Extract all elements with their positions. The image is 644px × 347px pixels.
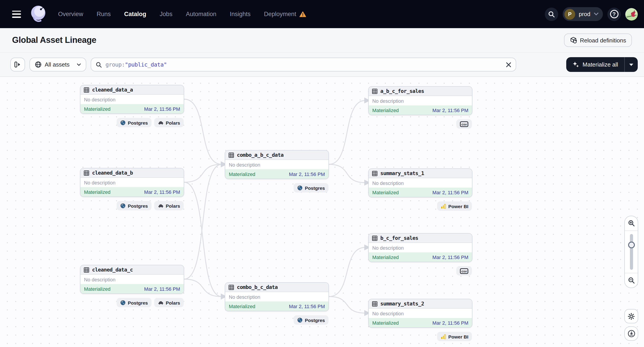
nav-item-jobs[interactable]: Jobs xyxy=(160,11,172,17)
table-icon xyxy=(228,152,234,158)
power-bi-icon xyxy=(441,203,446,209)
asset-tag-polars[interactable]: Polars xyxy=(154,201,184,210)
asset-node-combo_b_c_data[interactable]: combo_b_c_dataNo descriptionMaterialized… xyxy=(225,282,329,325)
postgres-icon xyxy=(120,300,126,305)
asset-timestamp[interactable]: Mar 2, 11:56 PM xyxy=(289,171,325,177)
polars-icon xyxy=(158,120,164,125)
workspace-switcher[interactable]: P prod xyxy=(563,7,603,21)
svg-text:csv: csv xyxy=(462,122,467,126)
lineage-edge-combo_b_c_data-to-summary_stats_2 xyxy=(329,297,365,313)
asset-tag-csv[interactable]: csv xyxy=(456,119,472,129)
table-icon xyxy=(372,88,378,94)
svg-text:csv: csv xyxy=(462,269,467,273)
asset-card[interactable]: cleaned_data_cNo descriptionMaterialized… xyxy=(80,265,184,294)
asset-tags: PostgresPolars xyxy=(80,118,184,127)
asset-tag-postgres[interactable]: Postgres xyxy=(117,298,152,307)
lineage-edge-combo_a_b_c_data-to-summary_stats_1 xyxy=(329,164,365,183)
asset-name: summary_stats_1 xyxy=(380,170,424,176)
asset-tag-postgres[interactable]: Postgres xyxy=(294,315,328,325)
asset-tags: Power BI xyxy=(368,332,472,341)
user-avatar[interactable] xyxy=(625,8,638,20)
asset-timestamp[interactable]: Mar 2, 11:56 PM xyxy=(144,106,180,111)
asset-search-input[interactable]: group:"public_data" xyxy=(91,58,516,71)
asset-tag-powerbi[interactable]: Power BI xyxy=(437,332,472,341)
asset-timestamp[interactable]: Mar 2, 11:56 PM xyxy=(432,254,468,260)
table-icon xyxy=(84,170,90,176)
nav-item-label: Overview xyxy=(58,11,83,17)
asset-card[interactable]: combo_a_b_c_dataNo descriptionMaterializ… xyxy=(225,150,329,179)
download-icon xyxy=(627,330,635,338)
asset-timestamp[interactable]: Mar 2, 11:56 PM xyxy=(432,320,468,325)
asset-description: No description xyxy=(80,178,184,187)
asset-node-cleaned_data_c[interactable]: cleaned_data_cNo descriptionMaterialized… xyxy=(80,265,184,307)
dagster-logo-icon[interactable] xyxy=(28,4,48,24)
asset-node-b_c_for_sales[interactable]: b_c_for_salesNo descriptionMaterializedM… xyxy=(368,233,472,276)
asset-tag-polars[interactable]: Polars xyxy=(154,118,184,127)
search-icon[interactable] xyxy=(545,7,558,21)
asset-node-cleaned_data_a[interactable]: cleaned_data_aNo descriptionMaterialized… xyxy=(80,85,184,127)
zoom-slider-knob[interactable] xyxy=(628,242,634,249)
search-query: group:"public_data" xyxy=(106,61,167,68)
asset-status-row: MaterializedMar 2, 11:56 PM xyxy=(369,105,472,115)
asset-card[interactable]: b_c_for_salesNo descriptionMaterializedM… xyxy=(368,233,472,262)
asset-scope-dropdown[interactable]: All assets xyxy=(30,58,86,71)
zoom-slider-track[interactable] xyxy=(630,234,633,270)
asset-timestamp[interactable]: Mar 2, 11:56 PM xyxy=(432,107,468,113)
asset-card[interactable]: summary_stats_2No descriptionMaterialize… xyxy=(368,299,472,328)
nav-item-catalog[interactable]: Catalog xyxy=(124,11,146,17)
nav-item-runs[interactable]: Runs xyxy=(97,11,111,17)
download-image-button[interactable] xyxy=(624,327,638,341)
postgres-icon xyxy=(120,203,126,208)
asset-tag-label: Postgres xyxy=(128,203,148,208)
nav-item-overview[interactable]: Overview xyxy=(58,11,83,17)
asset-name: b_c_for_sales xyxy=(380,235,418,241)
asset-name: cleaned_data_a xyxy=(92,87,133,93)
gear-icon xyxy=(628,312,635,320)
zoom-in-button[interactable] xyxy=(625,216,638,230)
asset-name: cleaned_data_c xyxy=(92,267,133,273)
asset-card[interactable]: cleaned_data_aNo descriptionMaterialized… xyxy=(80,85,184,114)
asset-tag-postgres[interactable]: Postgres xyxy=(294,183,328,192)
asset-tag-csv[interactable]: csv xyxy=(456,266,472,276)
graph-settings-button[interactable] xyxy=(624,309,638,323)
asset-tags: Postgres xyxy=(225,315,329,325)
zoom-slider[interactable] xyxy=(625,230,638,273)
asset-card[interactable]: summary_stats_1No descriptionMaterialize… xyxy=(368,168,472,197)
asset-node-combo_a_b_c_data[interactable]: combo_a_b_c_dataNo descriptionMaterializ… xyxy=(225,150,329,192)
reload-definitions-label: Reload definitions xyxy=(580,37,626,43)
lineage-edge-combo_a_b_c_data-to-a_b_c_for_sales xyxy=(329,100,365,164)
asset-node-a_b_c_for_sales[interactable]: a_b_c_for_salesNo descriptionMaterialize… xyxy=(368,86,472,129)
asset-timestamp[interactable]: Mar 2, 11:56 PM xyxy=(289,304,325,309)
menu-icon[interactable] xyxy=(12,10,21,18)
materialize-all-main[interactable]: Materialize all xyxy=(566,57,624,72)
nav-right: P prod ? xyxy=(545,7,638,21)
postgres-icon xyxy=(297,185,302,190)
asset-node-summary_stats_2[interactable]: summary_stats_2No descriptionMaterialize… xyxy=(368,299,472,341)
lineage-toolbar: All assets group:"public_data" Materiali… xyxy=(0,53,644,77)
asset-tag-postgres[interactable]: Postgres xyxy=(117,118,152,127)
asset-tag-postgres[interactable]: Postgres xyxy=(117,201,152,210)
nav-item-deployment[interactable]: Deployment xyxy=(264,11,306,17)
asset-card[interactable]: cleaned_data_bNo descriptionMaterialized… xyxy=(80,168,184,197)
table-icon xyxy=(372,301,378,307)
nav-item-automation[interactable]: Automation xyxy=(186,11,216,17)
asset-node-cleaned_data_b[interactable]: cleaned_data_bNo descriptionMaterialized… xyxy=(80,168,184,210)
reload-definitions-button[interactable]: Reload definitions xyxy=(564,33,632,47)
asset-timestamp[interactable]: Mar 2, 11:56 PM xyxy=(144,286,180,291)
clear-search-icon[interactable] xyxy=(506,62,511,67)
asset-tag-powerbi[interactable]: Power BI xyxy=(437,201,472,211)
help-icon[interactable]: ? xyxy=(607,7,621,21)
asset-card[interactable]: a_b_c_for_salesNo descriptionMaterialize… xyxy=(368,86,472,115)
open-panel-button[interactable] xyxy=(10,58,25,71)
nav-item-insights[interactable]: Insights xyxy=(230,11,250,17)
asset-timestamp[interactable]: Mar 2, 11:56 PM xyxy=(144,189,180,195)
materialize-options-button[interactable] xyxy=(624,57,638,72)
asset-timestamp[interactable]: Mar 2, 11:56 PM xyxy=(432,190,468,195)
asset-tag-polars[interactable]: Polars xyxy=(154,298,184,307)
asset-node-summary_stats_1[interactable]: summary_stats_1No descriptionMaterialize… xyxy=(368,168,472,211)
zoom-out-button[interactable] xyxy=(625,273,638,288)
asset-status: Materialized xyxy=(229,171,256,177)
lineage-canvas[interactable]: cleaned_data_aNo descriptionMaterialized… xyxy=(0,77,644,347)
asset-card[interactable]: combo_b_c_dataNo descriptionMaterialized… xyxy=(225,282,329,311)
materialize-all-button[interactable]: Materialize all xyxy=(566,57,638,72)
